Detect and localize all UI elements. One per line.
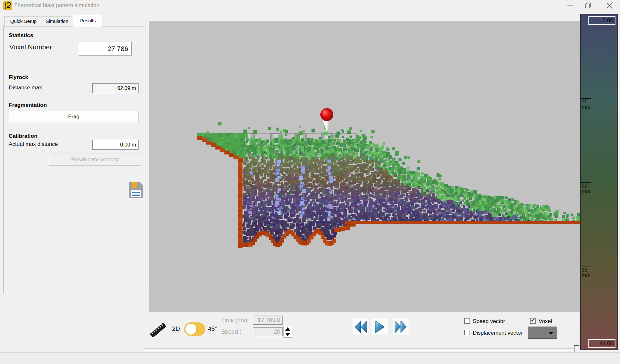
- close-icon: [605, 1, 614, 10]
- restore-button[interactable]: [579, 0, 597, 11]
- close-button[interactable]: [599, 0, 620, 11]
- tick-unit: m/s: [581, 104, 594, 110]
- tab-simulation[interactable]: Simulation: [42, 16, 72, 26]
- rewind-icon: [354, 320, 367, 334]
- tab-results[interactable]: Results: [73, 15, 102, 27]
- frag-button-label: rag: [71, 114, 79, 120]
- mode-2d-label: 2D: [172, 325, 180, 332]
- speed-vector-label: Speed vector: [473, 318, 505, 325]
- spinner-up-icon[interactable]: [285, 327, 290, 331]
- results-panel: Statistics Voxel Number : 27 786 Flyrock…: [3, 26, 146, 293]
- velocity-colorbar: 0.00 11 m/s 22 m/s 33 m/s 44.00: [580, 14, 618, 350]
- minimize-icon: [566, 2, 574, 9]
- minimize-button[interactable]: [561, 0, 579, 11]
- statistics-header: Statistics: [9, 32, 33, 39]
- view-mode-toggle[interactable]: [184, 322, 205, 336]
- flyrock-header: Flyrock: [9, 74, 28, 81]
- tick-unit: m/s: [581, 273, 594, 278]
- title-bar: Theoretical blast pattern simulation: [0, 0, 620, 11]
- tab-quick-setup[interactable]: Quick Setup: [5, 16, 42, 26]
- timeline-slider[interactable]: [143, 349, 578, 351]
- restore-icon: [584, 2, 592, 9]
- tick-value: 22: [581, 183, 594, 188]
- rewind-button[interactable]: [353, 319, 368, 335]
- angle-45-label: 45°: [208, 325, 217, 332]
- speed-field[interactable]: 20: [253, 327, 283, 336]
- time-label: Time (ms):: [221, 317, 249, 324]
- displacement-vector-checkbox[interactable]: [464, 330, 470, 335]
- actual-max-distance-label: Actual max distance: [9, 141, 58, 147]
- tick-value: 33: [581, 267, 594, 273]
- voxel-label: Voxel: [539, 318, 552, 325]
- time-field[interactable]: 17 769.0: [253, 316, 283, 325]
- fragmentation-header: Fragmentation: [9, 102, 47, 108]
- actual-max-distance-field[interactable]: 0.00 m: [92, 140, 139, 150]
- displacement-vector-label: Displacement vector: [473, 330, 522, 336]
- voxel-number-field[interactable]: 27 786: [79, 42, 132, 56]
- recalibrate-velocity-button[interactable]: Recalibrate velocity: [49, 154, 141, 166]
- play-icon: [374, 320, 386, 334]
- speed-vector-checkbox[interactable]: [464, 318, 470, 324]
- play-button[interactable]: [372, 319, 387, 335]
- application-window: Theoretical blast pattern simulation Qui…: [0, 0, 620, 364]
- distance-max-field[interactable]: 62.09 m: [92, 83, 139, 93]
- distance-max-label: Distance max: [9, 85, 42, 91]
- status-area: [0, 352, 620, 364]
- ruler-icon[interactable]: [149, 319, 168, 339]
- colorbar-tick-11: 11 m/s: [581, 98, 594, 110]
- tick-value: 11: [581, 99, 594, 104]
- spinner-down-icon[interactable]: [285, 333, 290, 336]
- fast-forward-button[interactable]: [393, 319, 408, 335]
- app-logo-icon: [3, 1, 12, 10]
- speed-label: Speed :: [221, 329, 241, 335]
- colorbar-min-field[interactable]: 0.00: [588, 16, 615, 25]
- colorbar-tick-33: 33 m/s: [581, 267, 594, 278]
- colorbar-tick-22: 22 m/s: [581, 182, 594, 194]
- toggle-knob: [185, 324, 196, 335]
- fast-forward-icon: [394, 320, 407, 334]
- dropdown-arrow-icon: [548, 332, 553, 335]
- colorbar-max-field[interactable]: 44.00: [588, 339, 615, 348]
- voxel-checkbox[interactable]: [530, 318, 536, 324]
- window-title: Theoretical blast pattern simulation: [14, 2, 99, 9]
- calibration-header: Calibration: [9, 133, 37, 139]
- speed-stepper[interactable]: [284, 326, 292, 338]
- tick-unit: m/s: [581, 188, 594, 194]
- simulation-viewport[interactable]: [149, 21, 580, 312]
- vector-color-dropdown[interactable]: [528, 327, 557, 339]
- voxel-number-label: Voxel Number :: [9, 43, 56, 51]
- frag-button[interactable]: Frag: [9, 111, 139, 122]
- floppy-save-icon[interactable]: [128, 181, 144, 199]
- frag-button-mnemonic: F: [68, 114, 71, 120]
